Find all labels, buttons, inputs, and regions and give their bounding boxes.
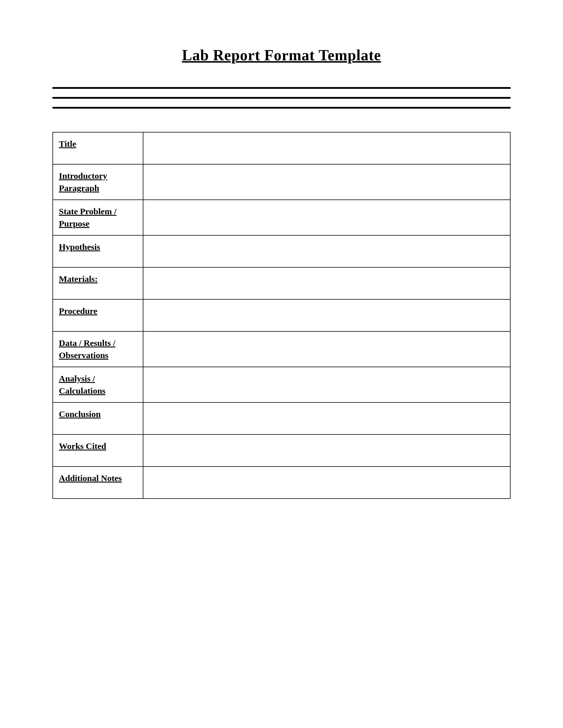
table-row-data-results: Data / Results / Observations (53, 331, 510, 367)
divider-3 (52, 107, 511, 109)
cell-label-materials: Materials: (59, 274, 98, 284)
cell-label-hypothesis: Hypothesis (59, 242, 100, 252)
label-cell-introductory-paragraph: Introductory Paragraph (53, 164, 143, 200)
page-title: Lab Report Format Template (182, 47, 381, 64)
content-cell-title[interactable] (143, 132, 510, 164)
label-cell-works-cited: Works Cited (53, 434, 143, 467)
cell-label-procedure: Procedure (59, 306, 97, 316)
content-cell-data-results[interactable] (143, 331, 510, 367)
label-cell-procedure: Procedure (53, 299, 143, 331)
label-cell-additional-notes: Additional Notes (53, 467, 143, 499)
content-cell-analysis-calculations[interactable] (143, 367, 510, 402)
table-row-title: Title (53, 132, 510, 164)
table-row-works-cited: Works Cited (53, 434, 510, 467)
cell-label-data-results: Data / Results / Observations (59, 338, 115, 360)
page: Lab Report Format Template TitleIntroduc… (0, 0, 563, 728)
cell-label-title: Title (59, 139, 76, 149)
cell-label-conclusion: Conclusion (59, 409, 100, 419)
content-cell-procedure[interactable] (143, 299, 510, 331)
divider-1 (52, 87, 511, 89)
content-cell-works-cited[interactable] (143, 434, 510, 467)
content-cell-materials[interactable] (143, 267, 510, 299)
label-cell-hypothesis: Hypothesis (53, 235, 143, 267)
table-row-state-problem: State Problem / Purpose (53, 200, 510, 235)
cell-label-works-cited: Works Cited (59, 441, 106, 451)
label-cell-title: Title (53, 132, 143, 164)
table-row-introductory-paragraph: Introductory Paragraph (53, 164, 510, 200)
divider-group (52, 87, 511, 109)
content-cell-conclusion[interactable] (143, 402, 510, 434)
divider-2 (52, 97, 511, 99)
cell-label-state-problem: State Problem / Purpose (59, 206, 116, 228)
cell-label-analysis-calculations: Analysis / Calculations (59, 374, 105, 395)
content-cell-hypothesis[interactable] (143, 235, 510, 267)
table-row-additional-notes: Additional Notes (53, 467, 510, 499)
table-container: TitleIntroductory ParagraphState Problem… (52, 132, 511, 499)
table-row-materials: Materials: (53, 267, 510, 299)
table-row-hypothesis: Hypothesis (53, 235, 510, 267)
label-cell-analysis-calculations: Analysis / Calculations (53, 367, 143, 402)
label-cell-conclusion: Conclusion (53, 402, 143, 434)
table-row-analysis-calculations: Analysis / Calculations (53, 367, 510, 402)
label-cell-materials: Materials: (53, 267, 143, 299)
content-cell-state-problem[interactable] (143, 200, 510, 235)
label-cell-state-problem: State Problem / Purpose (53, 200, 143, 235)
table-row-procedure: Procedure (53, 299, 510, 331)
lab-report-table: TitleIntroductory ParagraphState Problem… (52, 132, 511, 499)
table-row-conclusion: Conclusion (53, 402, 510, 434)
label-cell-data-results: Data / Results / Observations (53, 331, 143, 367)
cell-label-introductory-paragraph: Introductory Paragraph (59, 171, 107, 193)
content-cell-additional-notes[interactable] (143, 467, 510, 499)
cell-label-additional-notes: Additional Notes (59, 473, 122, 483)
content-cell-introductory-paragraph[interactable] (143, 164, 510, 200)
